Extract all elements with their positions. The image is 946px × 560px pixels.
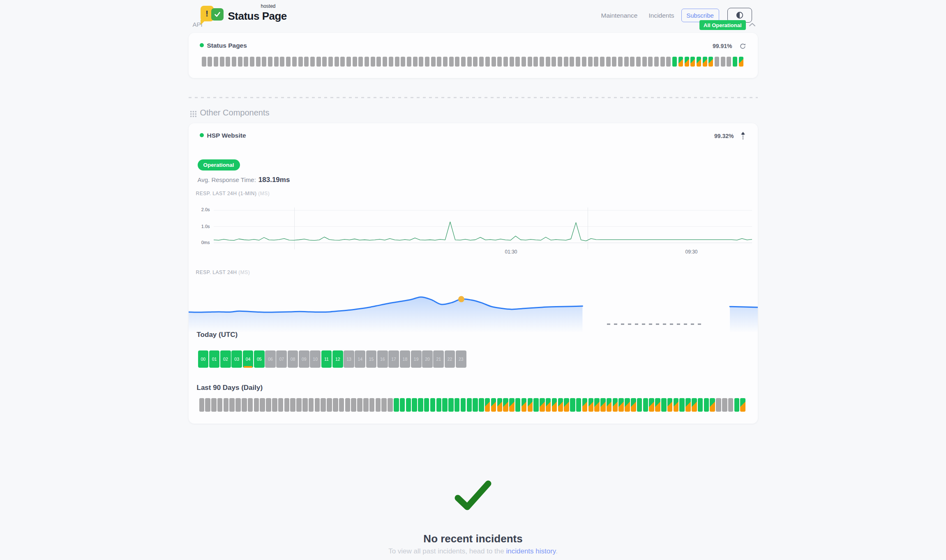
hour-block-14: 14	[355, 350, 365, 368]
uptime-bar-gray	[217, 398, 223, 412]
uptime-bar-gray	[473, 57, 478, 67]
uptime-bar-gray	[274, 57, 279, 67]
hour-block-22: 22	[445, 350, 455, 368]
uptime-bar-gray	[238, 57, 242, 67]
brand-superscript: hosted	[261, 3, 276, 9]
hour-incident-marker	[244, 366, 253, 368]
uptime-bar-gray	[648, 57, 653, 67]
incidents-history-link[interactable]: incidents history	[506, 547, 556, 555]
uptime-bar-green	[533, 398, 539, 412]
uptime-bar-gray	[266, 398, 271, 412]
trend-up-icon[interactable]	[741, 132, 745, 141]
uptime-bar-gray	[479, 57, 484, 67]
hour-block-18: 18	[400, 350, 411, 368]
uptime-bar-gray	[315, 398, 320, 412]
chart1-label: RESP. LAST 24H (1-MIN)	[196, 191, 257, 196]
uptime-bar-gray	[202, 57, 206, 67]
hour-block-12: 12	[332, 350, 343, 368]
uptime-bar-gray	[716, 398, 721, 412]
uptime-bar-green	[698, 398, 703, 412]
uptime-bar-gray	[528, 57, 532, 67]
uptime-bar-green	[637, 398, 642, 412]
uptime-bar-gray	[310, 57, 315, 67]
uptime-bar-green	[461, 398, 466, 412]
uptime-bar-mixed	[588, 398, 594, 412]
uptime-bar-gray	[365, 57, 369, 67]
uptime-bar-gray	[376, 398, 381, 412]
uptime-bar-gray	[413, 57, 418, 67]
brand-name: Status Page	[228, 10, 287, 23]
uptime-bar-gray	[280, 57, 284, 67]
uptime-bar-gray	[369, 398, 375, 412]
uptime-bar-gray	[226, 57, 230, 67]
uptime-bar-gray	[564, 57, 568, 67]
uptime-strip	[202, 57, 743, 67]
uptime-bar-mixed	[546, 398, 551, 412]
component-status-dot	[200, 43, 204, 47]
uptime-bar-green	[406, 398, 411, 412]
hour-block-07: 07	[276, 350, 287, 368]
uptime-bar-mixed	[540, 398, 545, 412]
uptime-bar-gray	[612, 57, 616, 67]
uptime-bar-mixed	[625, 398, 630, 412]
uptime-bar-green	[412, 398, 417, 412]
uptime-bar-gray	[358, 57, 363, 67]
hour-block-04: 04	[243, 350, 254, 368]
uptime-bar-gray	[461, 57, 466, 67]
uptime-bar-green	[576, 398, 581, 412]
component-name: HSP Website	[207, 132, 246, 139]
chart2-label: RESP. LAST 24H	[196, 270, 237, 275]
uptime-bar-mixed	[497, 398, 503, 412]
refresh-icon[interactable]	[739, 43, 746, 51]
uptime-bar-gray	[419, 57, 423, 67]
uptime-bar-gray	[242, 398, 247, 412]
today-heading: Today (UTC)	[197, 331, 238, 339]
component-status-dot	[200, 133, 204, 137]
uptime-bar-gray	[546, 57, 550, 67]
uptime-bar-gray	[491, 57, 496, 67]
uptime-bar-gray	[467, 57, 472, 67]
uptime-bar-gray	[316, 57, 321, 67]
uptime-bar-gray	[558, 57, 562, 67]
uptime-bar-mixed	[667, 398, 673, 412]
uptime-bar-gray	[618, 57, 623, 67]
api-card: Status Pages 99.91%	[189, 33, 758, 78]
uptime-bar-green	[479, 398, 484, 412]
uptime-bar-gray	[335, 57, 339, 67]
nav-maintenance[interactable]: Maintenance	[601, 12, 638, 19]
uptime-bar-gray	[606, 57, 611, 67]
uptime-bar-gray	[510, 57, 514, 67]
uptime-bar-green	[473, 398, 478, 412]
chevron-up-icon[interactable]	[749, 21, 756, 29]
uptime-bar-gray	[594, 57, 598, 67]
uptime-bar-mixed	[710, 398, 715, 412]
uptime-bar-gray	[357, 398, 362, 412]
uptime-bar-gray	[208, 57, 212, 67]
uptime-bar-gray	[715, 57, 719, 67]
avg-response-row: Avg. Response Time:183.19ms	[198, 176, 290, 184]
hour-block-17: 17	[388, 350, 399, 368]
hour-block-15: 15	[366, 350, 377, 368]
uptime-bar-gray	[515, 57, 520, 67]
uptime-bar-gray	[376, 57, 381, 67]
uptime-bar-gray	[333, 398, 338, 412]
uptime-bar-gray	[272, 398, 277, 412]
uptime-bar-mixed	[558, 398, 563, 412]
nav-incidents[interactable]: Incidents	[649, 12, 674, 19]
uptime-bar-gray	[256, 57, 261, 67]
uptime-bar-mixed	[649, 398, 654, 412]
uptime-bar-green	[679, 398, 685, 412]
uptime-bar-gray	[383, 57, 387, 67]
hour-block-11: 11	[321, 350, 332, 368]
chart2-unit: (MS)	[238, 270, 250, 275]
uptime-bar-gray	[666, 57, 671, 67]
hour-block-21: 21	[433, 350, 444, 368]
uptime-bar-gray	[262, 57, 266, 67]
logo-check-icon	[211, 8, 224, 21]
uptime-bar-gray	[722, 398, 727, 412]
page: ! Status Page hosted Maintenance Inciden…	[189, 0, 758, 560]
uptime-bar-green	[643, 398, 648, 412]
uptime-bar-gray	[576, 57, 580, 67]
uptime-bar-gray	[395, 57, 399, 67]
hour-block-09: 09	[299, 350, 309, 368]
